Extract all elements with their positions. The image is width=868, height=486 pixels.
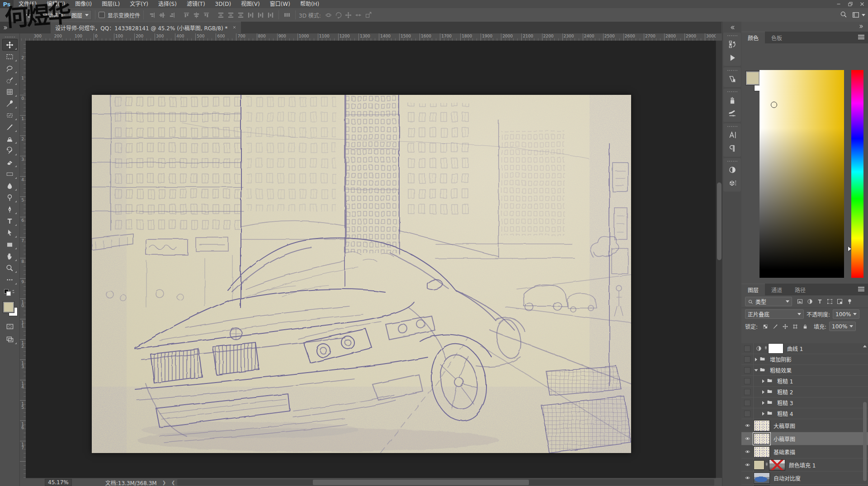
lock-paint-icon[interactable]	[770, 322, 780, 331]
layer-row-adjustment[interactable]: 曲线 1	[741, 343, 868, 354]
3d-panel-panel-icon[interactable]	[725, 177, 740, 190]
layer-visibility-toggle[interactable]	[741, 365, 754, 375]
layer-row-group[interactable]: 粗糙 4	[741, 408, 868, 419]
filter-adjustment-layers-icon[interactable]	[805, 297, 815, 306]
fill-field[interactable]: 100%	[829, 322, 856, 331]
gradient-tool[interactable]	[2, 168, 18, 180]
horizontal-scrollbar-thumb[interactable]	[313, 480, 529, 485]
lasso-tool[interactable]	[2, 62, 18, 74]
rectangle-tool[interactable]	[2, 238, 18, 250]
photoshop-logo[interactable]: Ps	[0, 0, 14, 8]
blur-tool[interactable]	[2, 180, 18, 192]
layer-row-group[interactable]: 粗糙 3	[741, 397, 868, 408]
eyedropper-tool[interactable]	[2, 98, 18, 109]
3d-pan-icon[interactable]	[344, 10, 354, 20]
panel-menu-icon[interactable]	[858, 287, 864, 292]
menu-item-select[interactable]: 选择(S)	[153, 0, 182, 8]
minimize-button[interactable]	[833, 0, 844, 8]
hand-tool[interactable]	[2, 250, 18, 262]
chevron-right-icon[interactable]	[755, 358, 757, 361]
menu-item-view[interactable]: 视图(V)	[236, 0, 265, 8]
zoom-level-field[interactable]: 45.17%	[45, 479, 72, 486]
layers-scrollbar[interactable]	[862, 343, 868, 486]
layers-scrollbar-thumb[interactable]	[863, 402, 867, 481]
layer-thumbnail[interactable]	[754, 472, 770, 484]
color-cursor[interactable]	[771, 102, 777, 108]
hue-slider-marker[interactable]	[848, 247, 851, 251]
move-tool-preset-icon[interactable]	[24, 10, 34, 20]
status-flyout-icon[interactable]: ❯	[162, 480, 166, 485]
menu-item-edit[interactable]: 编辑(E)	[42, 0, 70, 8]
tab-channels[interactable]: 通道	[765, 284, 788, 295]
canvas-vertical-scrollbar[interactable]	[716, 41, 722, 478]
align-right-edges-icon[interactable]	[201, 10, 211, 20]
menu-item-filter[interactable]: 滤镜(T)	[182, 0, 210, 8]
adjustments-panel-icon[interactable]	[725, 163, 740, 177]
saturation-brightness-field[interactable]	[760, 70, 844, 278]
distribute-spacing-icon[interactable]	[282, 10, 292, 20]
layer-row-sketch[interactable]: 大稿草图	[741, 419, 868, 432]
perspective-crop-tool[interactable]	[2, 86, 18, 98]
layer-filter-dropdown[interactable]: 类型	[745, 297, 792, 306]
layer-visibility-toggle[interactable]	[741, 432, 754, 445]
menu-item-image[interactable]: 图像(I)	[70, 0, 97, 8]
distribute-vertical-centers-icon[interactable]	[226, 10, 236, 20]
fill-color-thumbnail[interactable]	[754, 460, 764, 470]
menu-item-type[interactable]: 文字(Y)	[125, 0, 153, 8]
type-tool[interactable]	[2, 215, 18, 227]
distribute-left-edges-icon[interactable]	[245, 10, 255, 20]
blend-mode-dropdown[interactable]: 正片叠底	[745, 309, 804, 319]
move-tool[interactable]	[2, 39, 18, 51]
distribute-right-edges-icon[interactable]	[265, 10, 275, 20]
clone-stamp-tool[interactable]	[2, 133, 18, 145]
lock-artboard-icon[interactable]	[790, 322, 800, 331]
restore-button[interactable]	[844, 0, 856, 8]
layer-visibility-toggle[interactable]	[741, 343, 754, 354]
align-left-edges-icon[interactable]	[181, 10, 191, 20]
filter-shape-layers-icon[interactable]	[825, 297, 835, 306]
layer-visibility-toggle[interactable]	[741, 408, 754, 419]
swap-colors-icon[interactable]	[11, 289, 16, 295]
panel-menu-icon[interactable]	[858, 35, 864, 40]
layer-visibility-toggle[interactable]	[741, 354, 754, 364]
chevron-right-icon[interactable]	[762, 401, 764, 405]
tab-color[interactable]: 颜色	[741, 32, 765, 43]
layer-row-group[interactable]: 粗糙 2	[741, 387, 868, 397]
distribute-horizontal-centers-icon[interactable]	[255, 10, 265, 20]
canvas-pasteboard[interactable]	[26, 41, 716, 478]
layer-visibility-toggle[interactable]	[741, 458, 754, 471]
tab-layers[interactable]: 图层	[741, 284, 765, 295]
layer-visibility-toggle[interactable]	[741, 376, 754, 386]
auto-select-dropdown[interactable]: 图层	[68, 10, 92, 20]
brush-tool[interactable]	[2, 121, 18, 133]
tab-swatches[interactable]: 色板	[765, 32, 788, 43]
distribute-top-edges-icon[interactable]	[216, 10, 226, 20]
scroll-left-icon[interactable]: ❮	[171, 480, 175, 485]
distribute-bottom-edges-icon[interactable]	[236, 10, 245, 20]
layer-visibility-toggle[interactable]	[741, 397, 754, 408]
close-tab-icon[interactable]	[232, 25, 236, 31]
layer-row-sketch[interactable]: 基础素描	[741, 445, 868, 458]
align-horizontal-centers-icon[interactable]	[191, 10, 201, 20]
show-transform-checkbox[interactable]	[99, 12, 105, 18]
history-brush-tool[interactable]	[2, 145, 18, 156]
layer-row-group[interactable]: 粗糙效果	[741, 365, 868, 376]
menu-item-window[interactable]: 窗口(W)	[265, 0, 295, 8]
toolbar-collapse-header[interactable]	[0, 22, 23, 33]
layer-visibility-toggle[interactable]	[741, 445, 754, 458]
lock-transparency-icon[interactable]	[760, 322, 770, 331]
layer-visibility-toggle[interactable]	[741, 419, 754, 432]
close-button[interactable]	[856, 0, 868, 8]
layer-row-group[interactable]: 粗糙 1	[741, 376, 868, 387]
path-selection-tool[interactable]	[2, 227, 18, 238]
menu-item-layer[interactable]: 图层(L)	[97, 0, 125, 8]
scroll-up-icon[interactable]	[863, 345, 867, 347]
layer-mask-thumbnail[interactable]	[769, 459, 785, 471]
canvas-horizontal-scrollbar[interactable]	[177, 479, 714, 486]
paragraph-panel-icon[interactable]	[725, 142, 740, 155]
filter-pixel-layers-icon[interactable]	[795, 297, 805, 306]
quick-mask-mode-button[interactable]	[2, 321, 18, 332]
3d-slide-icon[interactable]	[354, 10, 363, 20]
layer-row-image[interactable]: 自动对比度	[741, 472, 868, 485]
foreground-color-swatch[interactable]	[3, 302, 14, 313]
